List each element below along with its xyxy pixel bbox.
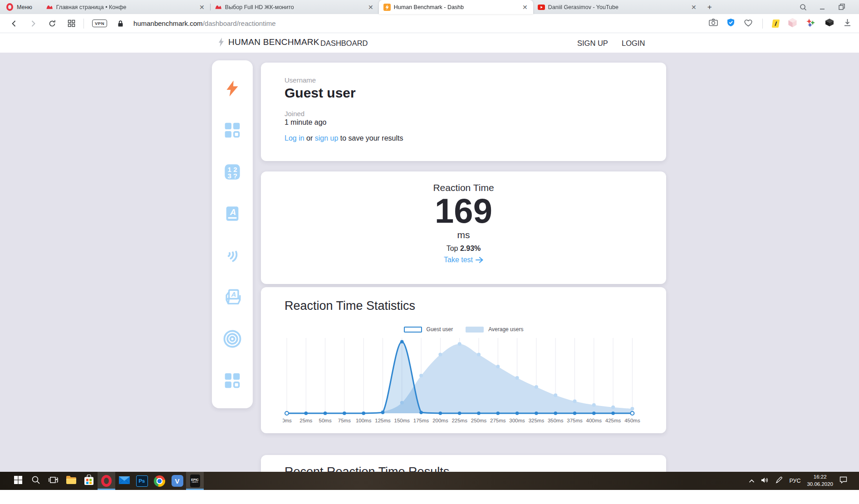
svg-text:?: ? (233, 172, 237, 180)
joined-label: Joined (285, 110, 643, 117)
speed-dial-icon[interactable] (64, 17, 78, 30)
url-field[interactable]: humanbenchmark.com/dashboard/reactiontim… (133, 20, 276, 27)
login-link[interactable]: LOGIN (622, 39, 645, 48)
brand[interactable]: HUMAN BENCHMARK (218, 37, 319, 47)
snapshot-camera-icon[interactable] (709, 19, 718, 28)
taskbar-microsoft-store-button[interactable] (80, 472, 98, 490)
take-test-link[interactable]: Take test (261, 256, 666, 264)
sidebar-item-verbal-book[interactable]: A (222, 204, 242, 224)
tab-close-icon[interactable]: ✕ (198, 3, 206, 11)
tray-chevron-up-icon[interactable] (749, 477, 755, 485)
sidebar-item-hearing-waves[interactable] (222, 245, 242, 265)
statistics-title: Reaction Time Statistics (261, 287, 666, 313)
taskbar-epic-games-button[interactable]: EPICGAMES (186, 472, 204, 490)
pen-icon[interactable] (776, 476, 783, 485)
site-header: HUMAN BENCHMARK DASHBOARD SIGN UP LOGIN (0, 34, 859, 53)
red-swoosh-icon (215, 4, 222, 11)
hearing-waves-icon (223, 246, 241, 264)
pink-cube-extension-icon[interactable] (788, 18, 797, 29)
recent-results-card: Recent Reaction Time Results (261, 455, 666, 472)
sequence-grid-icon (223, 121, 241, 139)
sidebar-item-sequence-grid[interactable] (222, 120, 242, 140)
v-app-icon: V (172, 475, 183, 487)
taskbar-chrome-button[interactable] (151, 472, 168, 490)
new-tab-button[interactable]: + (702, 0, 717, 14)
clock-date: 30.06.2020 (807, 481, 833, 488)
svg-text:50ms: 50ms (319, 418, 332, 423)
url-path: /dashboard/reactiontime (203, 20, 276, 27)
taskbar-task-view-button[interactable] (44, 472, 62, 490)
bottom-strip (0, 490, 859, 504)
tab-close-icon[interactable]: ✕ (521, 3, 529, 11)
opera-menu-button[interactable]: Меню (0, 0, 41, 14)
download-icon[interactable] (843, 18, 852, 29)
sign-up-link[interactable]: SIGN UP (577, 39, 608, 48)
reaction-time-card: Reaction Time 169 ms Top 2.93% Take test (261, 171, 666, 284)
nav-dashboard[interactable]: DASHBOARD (320, 39, 368, 48)
taskbar-photoshop-button[interactable]: Ps (133, 472, 151, 490)
sidebar-item-aim-target[interactable] (222, 329, 242, 349)
svg-text:A: A (231, 291, 236, 298)
svg-text:275ms: 275ms (490, 418, 506, 423)
arrow-right-icon (476, 257, 483, 263)
opera-menu-label: Меню (17, 4, 32, 10)
tab-close-icon[interactable]: ✕ (690, 3, 697, 11)
window-restore-icon[interactable] (839, 4, 845, 10)
statistics-card: Reaction Time Statistics Guest user Aver… (261, 287, 666, 433)
take-test-label: Take test (444, 256, 473, 264)
language-indicator[interactable]: РУС (789, 478, 800, 484)
reaction-time-value: 169 (261, 193, 666, 229)
sidebar-item-reaction-lightning[interactable] (222, 78, 242, 98)
svg-text:150ms: 150ms (394, 418, 410, 423)
sidebar-item-visual-grid[interactable] (222, 371, 242, 391)
taskbar-opera-button[interactable] (98, 472, 115, 490)
browser-tab-1[interactable]: Выбор Full HD ЖК-монито✕ (210, 0, 379, 14)
svg-text:200ms: 200ms (432, 418, 448, 423)
top-label: Top (447, 245, 460, 252)
top-percent-line: Top 2.93% (261, 245, 666, 253)
volume-icon[interactable] (761, 477, 769, 485)
tab-title: Главная страница • Конфе (56, 4, 195, 10)
chart-svg: 0ms25ms50ms75ms100ms125ms150ms175ms200ms… (283, 335, 641, 428)
browser-tab-0[interactable]: Главная страница • Конфе✕ (41, 0, 210, 14)
save-results-text: to save your results (338, 134, 403, 142)
hb-lightning-icon (383, 4, 391, 11)
window-minimize-icon[interactable] (820, 4, 826, 10)
black-box-extension-icon[interactable] (825, 18, 834, 29)
forward-icon[interactable] (26, 17, 40, 30)
vpn-badge[interactable]: VPN (92, 20, 107, 27)
taskbar-taskbar-search-button[interactable] (27, 472, 44, 490)
verbal-book-icon: A (223, 205, 241, 223)
log-in-link[interactable]: Log in (285, 134, 304, 142)
taskbar-file-explorer-button[interactable] (62, 472, 80, 490)
browser-tab-3[interactable]: Daniil Gerasimov - YouTube✕ (533, 0, 702, 14)
svg-text:250ms: 250ms (471, 418, 487, 423)
system-tray: РУС 16:22 30.06.2020 (749, 472, 859, 490)
taskbar-v-app-button[interactable]: V (168, 472, 186, 490)
heart-icon[interactable] (744, 19, 753, 29)
stars-extension-icon[interactable] (806, 18, 816, 29)
tab-close-icon[interactable]: ✕ (367, 3, 374, 11)
taskbar-mail-button[interactable] (115, 472, 133, 490)
reaction-lightning-icon (223, 78, 241, 98)
svg-text:0ms: 0ms (283, 418, 292, 423)
notifications-icon[interactable] (839, 476, 847, 485)
sidebar-item-number-memory[interactable]: 123? (222, 162, 242, 182)
file-explorer-icon (66, 475, 77, 486)
lightshot-extension-icon[interactable]: l (772, 20, 780, 28)
search-icon[interactable] (800, 4, 807, 11)
taskbar-start-button[interactable] (9, 472, 27, 490)
typing-key-icon: A (223, 288, 242, 307)
lock-icon[interactable] (113, 17, 127, 30)
browser-tab-bar: Меню Главная страница • Конфе✕Выбор Full… (0, 0, 859, 14)
svg-text:350ms: 350ms (548, 418, 564, 423)
sidebar-item-typing-key[interactable]: A (222, 287, 242, 307)
tab-title: Daniil Gerasimov - YouTube (548, 4, 687, 10)
clock[interactable]: 16:22 30.06.2020 (807, 474, 833, 488)
shield-check-icon[interactable] (726, 18, 735, 29)
svg-text:325ms: 325ms (529, 418, 545, 423)
sign-up-inline-link[interactable]: sign up (315, 134, 339, 142)
reload-icon[interactable] (45, 17, 59, 30)
browser-tab-2[interactable]: Human Benchmark - Dashb✕ (379, 0, 533, 14)
back-icon[interactable] (7, 17, 21, 30)
